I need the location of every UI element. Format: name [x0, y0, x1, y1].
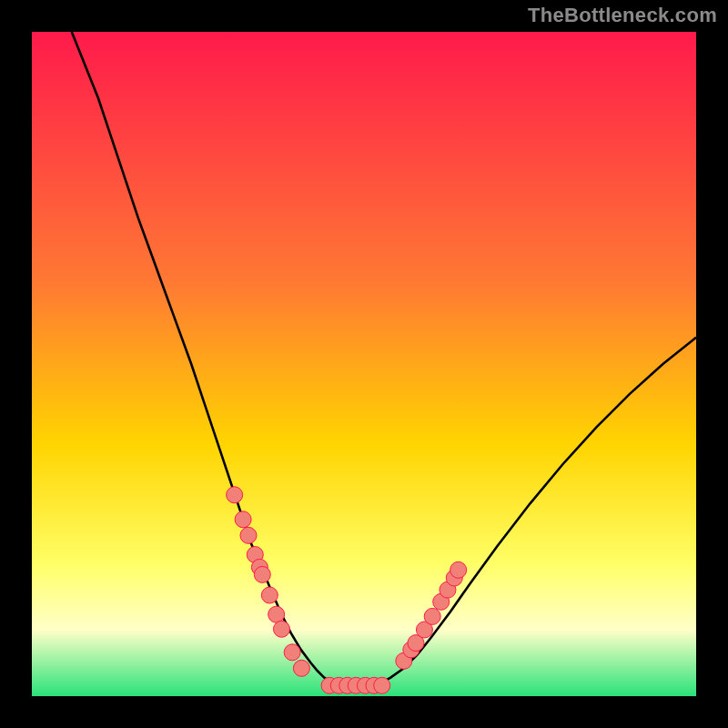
data-dot — [261, 587, 278, 603]
chart-svg — [32, 32, 696, 696]
bottleneck-curve — [72, 32, 696, 685]
plot-area — [32, 32, 696, 696]
data-dot — [273, 621, 289, 637]
chart-frame: TheBottleneck.com — [0, 0, 728, 728]
watermark-label: TheBottleneck.com — [528, 4, 717, 27]
data-dot — [374, 677, 390, 693]
data-dot — [293, 660, 309, 676]
data-dot — [235, 511, 251, 528]
data-dot — [284, 644, 300, 661]
data-dot — [268, 606, 285, 622]
data-dots — [227, 487, 467, 694]
data-dot — [254, 566, 270, 582]
data-dot — [424, 608, 440, 624]
data-dot — [240, 527, 257, 543]
data-dot — [450, 561, 467, 578]
data-dot — [227, 487, 243, 503]
